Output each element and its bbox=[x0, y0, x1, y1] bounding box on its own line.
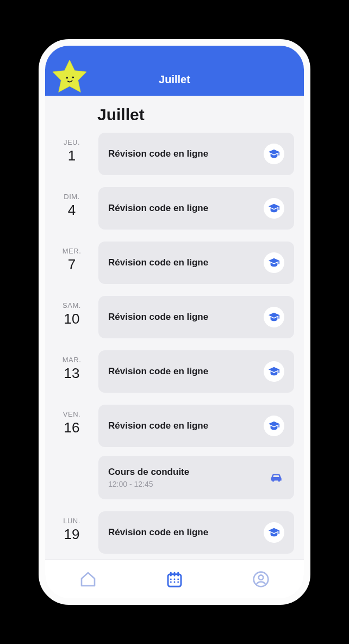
event-title: Révision code en ligne bbox=[108, 148, 257, 159]
event-card[interactable]: Révision code en ligne bbox=[98, 350, 294, 393]
svg-point-4 bbox=[258, 575, 263, 580]
event-card[interactable]: Révision code en ligne bbox=[98, 133, 294, 175]
day-row: LUN. 19 Révision code en ligne bbox=[45, 511, 294, 554]
day-of-week: DIM. bbox=[64, 193, 79, 201]
day-number: 19 bbox=[64, 526, 80, 543]
day-number: 13 bbox=[64, 365, 80, 382]
event-card[interactable]: Cours de conduite 12:00 - 12:45 bbox=[98, 456, 294, 499]
day-row: MER. 7 Révision code en ligne bbox=[45, 242, 294, 284]
schedule-scroll[interactable]: Juillet JEU. 1 Révision code en ligne DI… bbox=[45, 96, 304, 559]
svg-point-1 bbox=[72, 77, 74, 78]
day-of-week: JEU. bbox=[64, 138, 80, 146]
day-row: JEU. 1 Révision code en ligne bbox=[45, 133, 294, 175]
date-col: MER. 7 bbox=[45, 242, 98, 273]
car-icon bbox=[268, 469, 284, 486]
svg-point-0 bbox=[66, 77, 68, 78]
graduation-icon bbox=[264, 252, 284, 273]
day-number: 4 bbox=[68, 202, 76, 219]
event-card[interactable]: Révision code en ligne bbox=[98, 187, 294, 230]
date-col: DIM. 4 bbox=[45, 187, 98, 219]
day-number: 1 bbox=[68, 147, 76, 164]
header-bar: Juillet bbox=[45, 46, 304, 96]
date-col: MAR. 13 bbox=[45, 350, 98, 382]
day-row: VEN. 16 Révision code en ligne Cours de … bbox=[45, 405, 294, 499]
date-col: LUN. 19 bbox=[45, 511, 98, 543]
tab-calendar[interactable] bbox=[165, 570, 184, 589]
event-card[interactable]: Révision code en ligne bbox=[98, 296, 294, 338]
day-row: SAM. 10 Révision code en ligne bbox=[45, 296, 294, 338]
graduation-icon bbox=[264, 198, 284, 219]
event-title: Cours de conduite bbox=[108, 467, 261, 478]
graduation-icon bbox=[264, 416, 284, 436]
day-row: MAR. 13 Révision code en ligne bbox=[45, 350, 294, 393]
event-time: 12:00 - 12:45 bbox=[108, 480, 261, 488]
date-col: JEU. 1 bbox=[45, 133, 98, 164]
day-number: 16 bbox=[64, 419, 80, 436]
event-card[interactable]: Révision code en ligne bbox=[98, 511, 294, 554]
graduation-icon bbox=[264, 307, 284, 327]
event-title: Révision code en ligne bbox=[108, 203, 257, 214]
day-of-week: MAR. bbox=[63, 356, 82, 364]
day-number: 10 bbox=[64, 311, 80, 327]
day-of-week: VEN. bbox=[63, 410, 80, 418]
date-col: SAM. 10 bbox=[45, 296, 98, 327]
event-title: Révision code en ligne bbox=[108, 366, 257, 377]
event-card[interactable]: Révision code en ligne bbox=[98, 242, 294, 284]
tab-home[interactable] bbox=[79, 570, 97, 589]
date-col: VEN. 16 bbox=[45, 405, 98, 436]
star-mascot-icon bbox=[48, 57, 91, 99]
graduation-icon bbox=[264, 361, 284, 382]
event-card[interactable]: Révision code en ligne bbox=[98, 405, 294, 447]
event-title: Révision code en ligne bbox=[108, 257, 257, 268]
tab-bar bbox=[45, 559, 304, 598]
event-title: Révision code en ligne bbox=[108, 420, 257, 431]
day-of-week: LUN. bbox=[63, 517, 80, 525]
event-title: Révision code en ligne bbox=[108, 312, 257, 323]
graduation-icon bbox=[264, 522, 284, 543]
graduation-icon bbox=[264, 144, 284, 164]
month-heading: Juillet bbox=[45, 96, 294, 133]
day-row: DIM. 4 Révision code en ligne bbox=[45, 187, 294, 230]
tab-profile[interactable] bbox=[252, 570, 270, 589]
day-of-week: MER. bbox=[63, 247, 82, 255]
event-title: Révision code en ligne bbox=[108, 527, 257, 538]
header-title: Juillet bbox=[159, 73, 190, 86]
phone-frame: Juillet Juillet JEU. 1 Révision code en … bbox=[39, 39, 310, 605]
day-of-week: SAM. bbox=[63, 301, 81, 309]
day-number: 7 bbox=[68, 256, 76, 273]
